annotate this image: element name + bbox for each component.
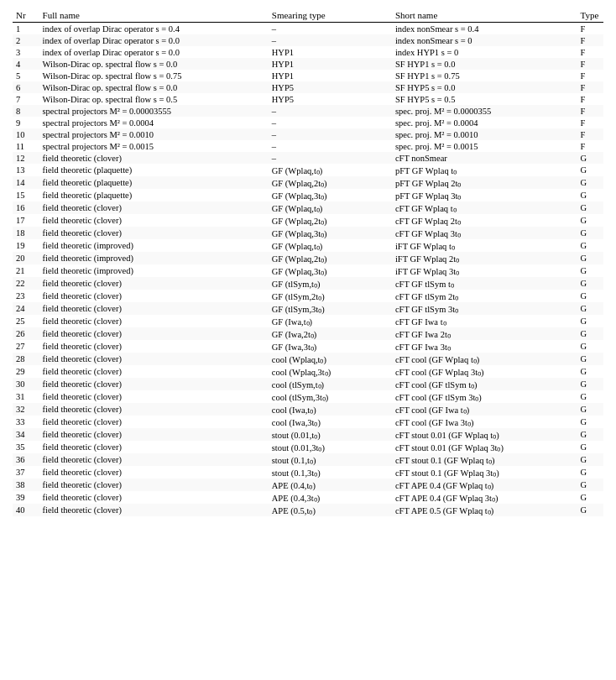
cell-smearing: stout (0.01,t₀) <box>269 428 392 441</box>
cell-fullname: field theoretic (clover) <box>39 277 269 290</box>
cell-fullname: field theoretic (clover) <box>39 201 269 214</box>
cell-smearing: GF (tlSym,3t₀) <box>269 302 392 315</box>
cell-smearing: GF (Wplaq,3t₀) <box>269 189 392 201</box>
cell-fullname: field theoretic (clover) <box>39 152 269 164</box>
table-row: 16field theoretic (clover)GF (Wplaq,t₀)c… <box>13 201 603 214</box>
cell-type: G <box>577 378 603 390</box>
cell-fullname: field theoretic (clover) <box>39 302 269 315</box>
cell-type: G <box>577 302 603 315</box>
cell-shortname: cFT GF Wplaq 3t₀ <box>392 227 577 239</box>
cell-type: G <box>577 416 603 428</box>
cell-type: F <box>577 81 603 93</box>
cell-type: G <box>577 152 603 164</box>
cell-shortname: cFT stout 0.1 (GF Wplaq t₀) <box>392 453 577 466</box>
cell-smearing: APE (0.4,t₀) <box>269 479 392 491</box>
cell-shortname: cFT GF Wplaq t₀ <box>392 201 577 214</box>
table-row: 19field theoretic (improved)GF (Wplaq,t₀… <box>13 239 603 252</box>
table-row: 13field theoretic (plaquette)GF (Wplaq,t… <box>13 164 603 176</box>
cell-shortname: SF HYP5 s = 0.0 <box>392 81 577 93</box>
cell-shortname: SF HYP5 s = 0.5 <box>392 93 577 105</box>
cell-nr: 10 <box>13 128 39 140</box>
cell-type: G <box>577 441 603 453</box>
cell-type: G <box>577 353 603 365</box>
cell-nr: 22 <box>13 277 39 290</box>
cell-fullname: index of overlap Dirac operator s = 0.4 <box>39 23 269 35</box>
cell-shortname: spec. proj. M² = 0.0010 <box>392 128 577 140</box>
cell-nr: 40 <box>13 504 39 516</box>
cell-fullname: spectral projectors M² = 0.0010 <box>39 128 269 140</box>
cell-type: G <box>577 466 603 479</box>
cell-fullname: field theoretic (clover) <box>39 491 269 504</box>
cell-shortname: index nonSmear s = 0.4 <box>392 23 577 35</box>
cell-fullname: field theoretic (plaquette) <box>39 189 269 201</box>
cell-nr: 23 <box>13 290 39 302</box>
cell-nr: 2 <box>13 34 39 46</box>
cell-smearing: GF (Wplaq,2t₀) <box>269 252 392 264</box>
cell-shortname: index nonSmear s = 0 <box>392 34 577 46</box>
cell-nr: 24 <box>13 302 39 315</box>
table-row: 39field theoretic (clover)APE (0.4,3t₀)c… <box>13 491 603 504</box>
cell-fullname: index of overlap Dirac operator s = 0.0 <box>39 34 269 46</box>
cell-nr: 38 <box>13 479 39 491</box>
cell-fullname: spectral projectors M² = 0.0004 <box>39 117 269 128</box>
cell-nr: 35 <box>13 441 39 453</box>
table-row: 34field theoretic (clover)stout (0.01,t₀… <box>13 428 603 441</box>
cell-fullname: field theoretic (clover) <box>39 416 269 428</box>
cell-type: G <box>577 214 603 227</box>
table-row: 31field theoretic (clover)cool (tlSym,3t… <box>13 390 603 403</box>
cell-smearing: cool (Iwa,t₀) <box>269 403 392 416</box>
cell-smearing: GF (Wplaq,2t₀) <box>269 176 392 189</box>
cell-shortname: cFT GF tlSym 3t₀ <box>392 302 577 315</box>
cell-fullname: field theoretic (clover) <box>39 403 269 416</box>
table-row: 38field theoretic (clover)APE (0.4,t₀)cF… <box>13 479 603 491</box>
cell-fullname: Wilson-Dirac op. spectral flow s = 0.0 <box>39 81 269 93</box>
cell-shortname: cFT nonSmear <box>392 152 577 164</box>
cell-type: G <box>577 390 603 403</box>
cell-smearing: GF (Iwa,2t₀) <box>269 327 392 340</box>
cell-type: G <box>577 365 603 378</box>
cell-fullname: field theoretic (clover) <box>39 479 269 491</box>
cell-shortname: pFT GF Wplaq 2t₀ <box>392 176 577 189</box>
table-row: 6Wilson-Dirac op. spectral flow s = 0.0H… <box>13 81 603 93</box>
cell-type: F <box>577 117 603 128</box>
header-smearing: Smearing type <box>269 8 392 23</box>
cell-fullname: field theoretic (clover) <box>39 390 269 403</box>
table-row: 14field theoretic (plaquette)GF (Wplaq,2… <box>13 176 603 189</box>
table-row: 20field theoretic (improved)GF (Wplaq,2t… <box>13 252 603 264</box>
cell-shortname: cFT APE 0.5 (GF Wplaq t₀) <box>392 504 577 516</box>
cell-nr: 32 <box>13 403 39 416</box>
cell-shortname: iFT GF Wplaq 3t₀ <box>392 264 577 277</box>
cell-fullname: field theoretic (clover) <box>39 466 269 479</box>
cell-shortname: spec. proj. M² = 0.0015 <box>392 140 577 152</box>
cell-shortname: cFT cool (GF tlSym t₀) <box>392 378 577 390</box>
cell-shortname: cFT cool (GF tlSym 3t₀) <box>392 390 577 403</box>
cell-shortname: cFT GF Wplaq 2t₀ <box>392 214 577 227</box>
cell-type: F <box>577 105 603 117</box>
cell-shortname: spec. proj. M² = 0.0000355 <box>392 105 577 117</box>
cell-shortname: cFT cool (GF Iwa 3t₀) <box>392 416 577 428</box>
cell-nr: 13 <box>13 164 39 176</box>
cell-type: G <box>577 453 603 466</box>
table-row: 25field theoretic (clover)GF (Iwa,t₀)cFT… <box>13 315 603 327</box>
cell-shortname: cFT GF Iwa t₀ <box>392 315 577 327</box>
cell-type: G <box>577 327 603 340</box>
header-fullname: Full name <box>39 8 269 23</box>
cell-nr: 12 <box>13 152 39 164</box>
cell-type: F <box>577 58 603 70</box>
cell-shortname: cFT GF Iwa 2t₀ <box>392 327 577 340</box>
cell-nr: 17 <box>13 214 39 227</box>
cell-fullname: field theoretic (clover) <box>39 378 269 390</box>
cell-smearing: – <box>269 140 392 152</box>
cell-nr: 5 <box>13 70 39 81</box>
cell-fullname: field theoretic (improved) <box>39 264 269 277</box>
cell-nr: 1 <box>13 23 39 35</box>
table-row: 28field theoretic (clover)cool (Wplaq,t₀… <box>13 353 603 365</box>
cell-nr: 30 <box>13 378 39 390</box>
cell-shortname: SF HYP1 s = 0.0 <box>392 58 577 70</box>
table-row: 4Wilson-Dirac op. spectral flow s = 0.0H… <box>13 58 603 70</box>
cell-smearing: APE (0.4,3t₀) <box>269 491 392 504</box>
cell-type: G <box>577 239 603 252</box>
cell-type: G <box>577 277 603 290</box>
cell-nr: 18 <box>13 227 39 239</box>
cell-shortname: cFT cool (GF Iwa t₀) <box>392 403 577 416</box>
